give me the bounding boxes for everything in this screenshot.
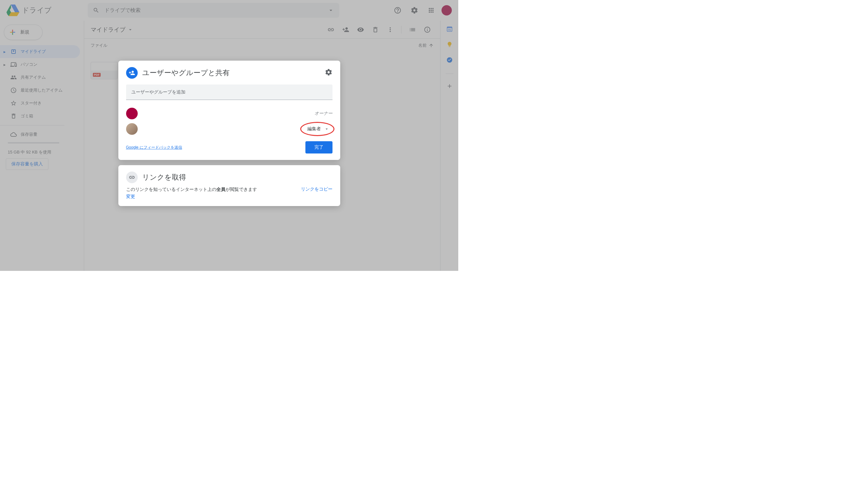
dropdown-icon <box>324 126 329 131</box>
person-avatar <box>126 108 138 119</box>
person-row-editor: 編集者 <box>126 121 332 137</box>
person-row-owner: オーナー <box>126 106 332 121</box>
get-link-dialog: リンクを取得 このリンクを知っているインターネット上の全員が閲覧できます 変更 … <box>119 165 340 206</box>
share-settings-button[interactable] <box>325 68 332 77</box>
owner-label: オーナー <box>314 111 332 116</box>
link-description: このリンクを知っているインターネット上の全員が閲覧できます <box>126 187 257 192</box>
person-avatar <box>126 123 138 135</box>
share-dialog-title: ユーザーやグループと共有 <box>142 68 230 78</box>
add-people-placeholder: ユーザーやグループを追加 <box>131 89 185 95</box>
add-people-input[interactable]: ユーザーやグループを追加 <box>126 85 332 100</box>
feedback-link[interactable]: Google にフィードバックを送信 <box>126 145 182 150</box>
share-dialog: ユーザーやグループと共有 ユーザーやグループを追加 オーナー 編集者 Googl… <box>119 60 340 160</box>
modal-scrim: ユーザーやグループと共有 ユーザーやグループを追加 オーナー 編集者 Googl… <box>0 0 458 271</box>
link-dialog-icon <box>126 172 138 183</box>
change-link[interactable]: 変更 <box>126 194 257 200</box>
copy-link-button[interactable]: リンクをコピー <box>301 186 332 192</box>
done-button[interactable]: 完了 <box>305 141 332 154</box>
gear-icon <box>325 68 332 76</box>
share-dialog-icon <box>126 67 138 79</box>
role-dropdown[interactable]: 編集者 <box>304 125 332 133</box>
link-dialog-title: リンクを取得 <box>142 173 186 182</box>
role-label: 編集者 <box>307 126 321 132</box>
